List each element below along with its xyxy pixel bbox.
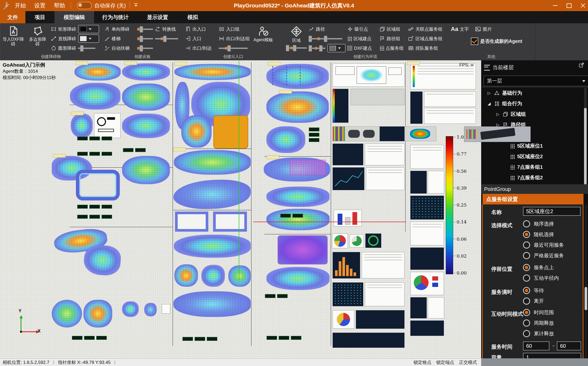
maximize-button[interactable]: [567, 3, 572, 8]
radio-sequential[interactable]: 顺序选择: [523, 220, 554, 227]
autosave-dropdown[interactable]: [131, 3, 140, 8]
gate-slider[interactable]: [219, 45, 248, 52]
radio-time-range[interactable]: 时间范围: [523, 309, 554, 316]
line-obstacle-button[interactable]: 直线障碍: [51, 36, 76, 42]
scrollbar-thumb[interactable]: [584, 108, 587, 185]
tree-item-seat-group-2[interactable]: 5区域座位2: [481, 151, 585, 162]
path-group-button[interactable]: 路径组: [379, 36, 400, 42]
attract-point-button[interactable]: 吸引点: [347, 26, 368, 32]
generate-agent-checkbox[interactable]: [471, 38, 478, 45]
radio-wait[interactable]: 等待: [523, 287, 544, 294]
chart-card: [410, 145, 444, 169]
tree-item-seat-group-1[interactable]: 5区域座位1: [481, 141, 585, 151]
escalator-button[interactable]: 自动扶梯: [104, 45, 135, 51]
pop-out-icon[interactable]: [578, 62, 585, 68]
radio-strict-nearest[interactable]: 严格最近服务: [523, 252, 564, 259]
polygon-obstacle-button[interactable]: 多边形障碍: [27, 25, 48, 47]
tree-item-service-group-1[interactable]: 7点服务组1: [481, 162, 585, 172]
close-button[interactable]: [581, 3, 585, 8]
radio-random[interactable]: 随机选择: [523, 231, 554, 238]
tree-item-area-group[interactable]: ▷ 区域组: [481, 109, 585, 120]
tab-project[interactable]: 项目: [25, 11, 54, 23]
menu-icon[interactable]: [484, 65, 490, 71]
radio-nearest-available[interactable]: 最近可用服务: [523, 241, 564, 249]
dxf-points-button[interactable]: DXF建点: [347, 45, 372, 51]
rect-obstacle-color-picker[interactable]: [78, 25, 99, 33]
heatmap-blob: [173, 291, 251, 317]
queue-service-group-button[interactable]: 排队服务组: [408, 45, 438, 51]
entrance-button[interactable]: 入口: [185, 36, 217, 42]
minimize-button[interactable]: [553, 5, 558, 6]
radio-within-radius[interactable]: 互动半径内: [523, 274, 559, 282]
heatmap-blob: [228, 266, 251, 287]
exit-arrival-button[interactable]: 出口/到达: [185, 45, 217, 51]
agent-template-button[interactable]: Agent模板: [252, 25, 274, 43]
snap-grid-toggle[interactable]: 锁定格点: [414, 359, 431, 365]
expander-collapsed-icon[interactable]: ▷: [495, 112, 500, 117]
tab-file[interactable]: 文件: [0, 11, 25, 23]
area-slider[interactable]: [286, 44, 307, 51]
stairs-slider-2[interactable]: [155, 35, 178, 42]
axis-x-label: X: [38, 328, 40, 334]
radio-on-service-point[interactable]: 服务点上: [523, 264, 554, 271]
autosave-toggle[interactable]: [77, 2, 92, 9]
tree-item-service-group-2[interactable]: 7点服务组2: [481, 172, 585, 183]
expander-expanded-icon[interactable]: ◢: [487, 101, 491, 106]
tab-model-edit[interactable]: 模型编辑: [54, 11, 94, 23]
path-button[interactable]: 路径: [309, 26, 325, 32]
menu-help[interactable]: 帮助: [50, 2, 69, 9]
chevron-down-icon: [89, 38, 91, 41]
text-button[interactable]: Aa 文字: [451, 26, 469, 33]
convert-line-button[interactable]: 转换线: [155, 26, 176, 32]
tab-simulation[interactable]: 模拟: [178, 11, 207, 23]
tab-display-settings[interactable]: 显示设置: [137, 11, 178, 23]
gate-button[interactable]: 出入口: [185, 26, 217, 32]
service-time-max-input[interactable]: [557, 341, 581, 350]
menu-start[interactable]: 开始: [11, 2, 30, 9]
path-slider[interactable]: [309, 35, 342, 42]
stairs-slider-1[interactable]: [137, 35, 153, 42]
linked-point-service-group-button[interactable]: 关联点服务组: [408, 26, 442, 32]
area-points-button[interactable]: 区域建点: [347, 36, 371, 42]
import-dxf-obstacle-button[interactable]: 导入DXF障碍: [2, 25, 24, 47]
scrollbar-thumb[interactable]: [585, 287, 587, 310]
line-obstacle-color-picker[interactable]: [78, 34, 99, 43]
radio-cumulative-release[interactable]: 累计释放: [523, 330, 554, 337]
tree-scrollbar[interactable]: [584, 88, 587, 184]
env-slider[interactable]: [309, 45, 325, 52]
radio-periodic-release[interactable]: 周期释放: [523, 319, 554, 327]
circle-obstacle-button[interactable]: 圆形障碍: [51, 45, 76, 51]
stairs-icon: [104, 36, 110, 42]
point-service-group-button[interactable]: 点服务组: [379, 45, 404, 51]
ortho-mode-toggle[interactable]: 正交模式: [459, 359, 477, 365]
tab-behavior-stats[interactable]: 行为与统计: [94, 11, 137, 23]
escalator-slider[interactable]: [137, 45, 153, 52]
oneway-slider[interactable]: [137, 26, 153, 33]
capacity-input[interactable]: [523, 353, 581, 358]
oneway-obstacle-button[interactable]: 单向障碍: [104, 26, 135, 32]
rect-obstacle-button[interactable]: 矩形障碍: [51, 26, 76, 32]
area-button[interactable]: 区域: [290, 25, 303, 43]
point-pattern-picker[interactable]: [327, 44, 346, 52]
exit-arrival-group-button[interactable]: 出口/到达组: [219, 36, 250, 42]
tree-item-basic-behavior[interactable]: ▷ 基础行为: [481, 88, 585, 98]
expander-collapsed-icon[interactable]: ▷: [487, 91, 491, 95]
entrance-group-button[interactable]: 入口组: [219, 26, 240, 32]
snap-endpoint-toggle[interactable]: 锁定端点: [436, 359, 454, 365]
tree-item-combo-behavior[interactable]: ◢ 组合行为: [481, 98, 585, 109]
radio-icon: [523, 252, 530, 259]
viewport-canvas[interactable]: 1.00 0.77 0.56 0.39 0.25 0.14 0.06 0.02 …: [0, 60, 481, 358]
radio-leave[interactable]: 离开: [523, 298, 544, 305]
orange-area: [213, 115, 248, 149]
circle-obstacle-slider[interactable]: [78, 45, 95, 52]
name-input[interactable]: [523, 207, 581, 216]
form-scrollbar[interactable]: [585, 204, 587, 358]
stairs-button[interactable]: 楼梯: [104, 36, 135, 42]
image-button[interactable]: 图片: [475, 26, 492, 32]
service-time-min-input[interactable]: [523, 341, 549, 350]
menu-settings[interactable]: 设置: [30, 2, 50, 9]
area-group-button[interactable]: 区域组: [379, 26, 400, 32]
floor-select[interactable]: 第一层: [484, 76, 588, 86]
area-point-service-group-button[interactable]: 区域点服务组: [408, 36, 442, 42]
button-label: 自动扶梯: [112, 45, 130, 51]
